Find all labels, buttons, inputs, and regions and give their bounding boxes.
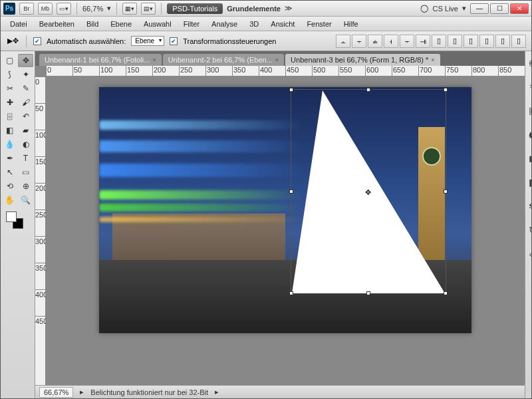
panel-link-icon[interactable]: ⇆ [525, 199, 531, 213]
tool-dodge[interactable]: ◐ [18, 138, 33, 151]
tab-doc-3[interactable]: Unbenannt-3 bei 66,7% (Form 1, RGB/8) *× [285, 54, 440, 66]
auto-select-checkbox[interactable]: ✔ [33, 37, 41, 45]
foreground-swatch[interactable] [6, 211, 17, 222]
light-streak [99, 190, 304, 200]
panel-adjust-icon[interactable]: ✶ [525, 79, 531, 94]
panel-channel-icon[interactable]: ◧ [525, 175, 531, 190]
color-swatches[interactable] [2, 211, 33, 231]
close-button[interactable]: ✕ [510, 3, 529, 14]
move-tool-icon: ▶✥ [6, 35, 19, 48]
align-top[interactable]: ⫠ [336, 35, 350, 48]
minimize-button[interactable]: — [470, 3, 489, 14]
transform-checkbox[interactable]: ✔ [170, 37, 178, 45]
light-streak [99, 140, 304, 152]
tool-heal[interactable]: ✚ [2, 96, 17, 109]
extras-button[interactable]: ▤▾ [141, 3, 156, 15]
panel-mask-icon[interactable]: ▣ [525, 103, 531, 118]
minibridge-button[interactable]: Mb [38, 3, 53, 15]
close-icon[interactable]: × [431, 57, 434, 63]
status-more-icon[interactable]: ▸ [215, 388, 219, 396]
cs-live-button[interactable]: CS Live [432, 5, 458, 13]
tool-gradient[interactable]: ▰ [18, 124, 33, 137]
dist-5[interactable]: ▯ [495, 35, 510, 48]
screen-mode-button[interactable]: ▭▾ [57, 3, 71, 15]
titlebar: Ps Br Mb ▭▾ 66,7%▾ ▦▾ ▤▾ PSD-Tutorials G… [1, 1, 531, 17]
menu-bild[interactable]: Bild [81, 18, 104, 30]
cslive-icon[interactable]: ◯ [420, 4, 428, 13]
dist-3[interactable]: ▯ [464, 35, 478, 48]
menubar: Datei Bearbeiten Bild Ebene Auswahl Filt… [1, 17, 531, 31]
auto-select-dropdown[interactable]: Ebene [131, 36, 164, 46]
transform-label: Transformationssteuerungen [183, 37, 276, 45]
tool-stamp[interactable]: ⌻ [2, 110, 17, 123]
align-bottom[interactable]: ⫨ [368, 35, 382, 48]
dist-1[interactable]: ▯ [432, 35, 446, 48]
tool-shape[interactable]: ▭ [18, 166, 33, 179]
tool-crop[interactable]: ✂ [2, 82, 17, 95]
align-left[interactable]: ⫞ [384, 35, 398, 48]
ruler-horizontal[interactable]: 0501001502002503003504004505005506006507… [46, 66, 525, 76]
align-right[interactable]: ⫣ [416, 35, 430, 48]
tool-hand[interactable]: ✋ [2, 194, 17, 207]
workspace-grundelemente[interactable]: Grundelemente [227, 5, 281, 13]
tool-pen[interactable]: ✒ [2, 152, 17, 165]
light-streak [99, 203, 304, 211]
tool-wand[interactable]: ✦ [18, 68, 33, 81]
maximize-button[interactable]: ☐ [490, 3, 509, 14]
tool-move[interactable]: ✥ [18, 54, 33, 67]
tool-blur[interactable]: 💧 [2, 138, 17, 151]
arrange-button[interactable]: ▦▾ [122, 3, 137, 15]
menu-auswahl[interactable]: Auswahl [138, 18, 177, 30]
document-tabs: Unbenannt-1 bei 66,7% (Fotoli...× Unbena… [35, 51, 525, 66]
tool-3d-rotate[interactable]: ⟲ [2, 180, 17, 193]
align-vcenter[interactable]: ⫟ [352, 35, 366, 48]
zoom-display[interactable]: 66,7% [82, 5, 103, 13]
tool-type[interactable]: T [18, 152, 33, 165]
menu-fenster[interactable]: Fenster [301, 18, 336, 30]
menu-ansicht[interactable]: Ansicht [265, 18, 300, 30]
light-streak [99, 217, 304, 222]
tool-path[interactable]: ↖ [2, 166, 17, 179]
panel-half-icon[interactable]: ◐ [525, 127, 531, 142]
workspace-psd-tutorials[interactable]: PSD-Tutorials [167, 3, 223, 14]
canvas-area[interactable]: ✥ [46, 76, 525, 385]
tool-eyedropper[interactable]: ✎ [18, 82, 33, 95]
status-nav-icon[interactable]: ▸ [80, 388, 84, 396]
menu-filter[interactable]: Filter [178, 18, 205, 30]
menu-analyse[interactable]: Analyse [206, 18, 243, 30]
status-zoom[interactable]: 66,67% [39, 387, 73, 398]
tool-brush[interactable]: 🖌 [18, 96, 33, 109]
close-icon[interactable]: × [152, 57, 156, 63]
ruler-vertical[interactable]: 050100150200250300350400450 [35, 76, 46, 385]
tool-zoom[interactable]: 🔍 [18, 194, 33, 207]
panel-history-icon[interactable]: ↻ [525, 223, 531, 237]
tool-eraser[interactable]: ◧ [2, 124, 17, 137]
menu-ebene[interactable]: Ebene [105, 18, 137, 30]
panel-color-icon[interactable]: ◉ [525, 55, 531, 70]
tab-doc-2[interactable]: Unbenannt-2 bei 66,7% (Eben...× [163, 54, 284, 66]
panel-layer-icon[interactable]: ◼ [525, 151, 531, 166]
tool-lasso[interactable]: ⟆ [2, 68, 17, 81]
bridge-button[interactable]: Br [19, 3, 34, 15]
workspace-more[interactable]: ≫ [285, 4, 293, 13]
menu-bearbeiten[interactable]: Bearbeiten [34, 18, 80, 30]
dist-2[interactable]: ▯ [448, 35, 462, 48]
light-streak [99, 164, 304, 177]
align-hcenter[interactable]: ⫟ [400, 35, 414, 48]
app-icon: Ps [3, 3, 15, 15]
menu-3d[interactable]: 3D [244, 18, 264, 30]
close-icon[interactable]: × [275, 57, 279, 63]
dist-6[interactable]: ▯ [511, 35, 526, 48]
panel-library-icon[interactable]: ◈ [525, 247, 531, 261]
tab-doc-1[interactable]: Unbenannt-1 bei 66,7% (Fotoli...× [39, 54, 162, 66]
menu-hilfe[interactable]: Hilfe [338, 18, 364, 30]
menu-datei[interactable]: Datei [5, 18, 33, 30]
tool-history[interactable]: ↶ [18, 110, 33, 123]
tool-3d-orbit[interactable]: ⊕ [18, 180, 33, 193]
tool-palette: ▢✥ ⟆✦ ✂✎ ✚🖌 ⌻↶ ◧▰ 💧◐ ✒T ↖▭ ⟲⊕ ✋🔍 [1, 51, 35, 398]
tool-marquee[interactable]: ▢ [2, 54, 17, 67]
align-buttons: ⫠ ⫟ ⫨ ⫞ ⫟ ⫣ ▯ ▯ ▯ ▯ ▯ ▯ [336, 35, 526, 48]
shape-layer[interactable] [292, 90, 445, 293]
document[interactable]: ✥ [99, 87, 471, 333]
dist-4[interactable]: ▯ [479, 35, 494, 48]
